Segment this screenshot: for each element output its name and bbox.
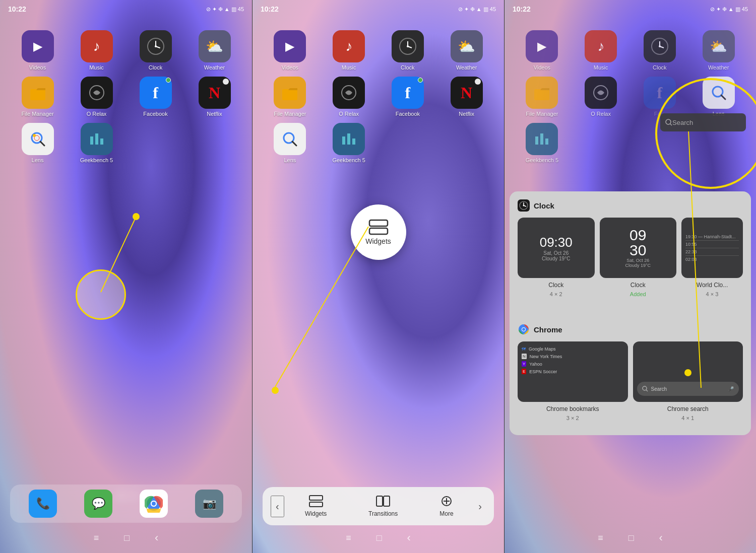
- svg-rect-27: [347, 133, 350, 145]
- svg-rect-28: [352, 139, 355, 145]
- r-app-lens[interactable]: Lens: [691, 77, 746, 117]
- r-app-geekbench[interactable]: Geekbench 5: [515, 123, 570, 163]
- m-home-icon[interactable]: □: [376, 533, 382, 543]
- app-geekbench[interactable]: Geekbench 5: [69, 123, 124, 163]
- app-videos[interactable]: ▶ Videos: [10, 30, 65, 71]
- m-orelax-label: O Relax: [339, 111, 359, 117]
- messages-icon: 💬: [84, 490, 112, 518]
- svg-point-9: [33, 134, 36, 137]
- r-back-icon[interactable]: ‹: [659, 531, 663, 544]
- r-app-clock[interactable]: Clock: [633, 30, 687, 71]
- r-app-weather[interactable]: ⛅ Weather: [691, 30, 746, 71]
- dock-camera[interactable]: 📷: [195, 490, 223, 518]
- music-label: Music: [89, 64, 104, 71]
- m-app-netflix[interactable]: N Netflix: [439, 77, 494, 117]
- m-app-orelax[interactable]: O Relax: [322, 77, 376, 117]
- facebook-label: Facebook: [143, 111, 167, 117]
- r-app-orelax[interactable]: O Relax: [574, 77, 628, 117]
- m-videos-icon: ▶: [274, 30, 306, 62]
- m-app-filemanager[interactable]: File Manager: [263, 77, 318, 117]
- left-back-icon[interactable]: ‹: [155, 531, 158, 544]
- svg-rect-4: [30, 89, 45, 100]
- r-app-filemanager[interactable]: File Manager: [515, 77, 570, 117]
- svg-rect-34: [376, 496, 383, 506]
- bookmark-nytimes: N New York Times: [522, 353, 624, 360]
- bottom-menu-bar: ‹ Widgets Transitions: [263, 487, 494, 525]
- chrome-widget-cards: 🗺 Google Maps N New York Times Y Yahoo: [518, 341, 743, 422]
- m-videos-label: Videos: [282, 64, 298, 71]
- svg-rect-32: [309, 496, 323, 500]
- clock-widget-2-content: 09 30 Sat, Oct 26 Cloudy 19°C: [625, 228, 651, 268]
- left-home-icon[interactable]: □: [124, 533, 130, 543]
- m-app-weather[interactable]: ⛅ Weather: [439, 30, 494, 71]
- svg-line-46: [721, 95, 725, 99]
- m-app-videos[interactable]: ▶ Videos: [263, 30, 318, 71]
- m-back-icon[interactable]: ‹: [407, 531, 411, 544]
- chrome-bookmarks-wrapper: 🗺 Google Maps N New York Times Y Yahoo: [518, 341, 628, 422]
- m-app-geekbench[interactable]: Geekbench 5: [322, 123, 376, 163]
- app-netflix[interactable]: N Netflix: [187, 77, 242, 117]
- search-box-overlay[interactable]: Search: [660, 113, 746, 131]
- chrome-bookmarks-label: Chrome bookmarks 3 × 2: [518, 404, 628, 422]
- app-filemanager[interactable]: File Manager: [10, 77, 65, 117]
- app-orelax[interactable]: O Relax: [69, 77, 124, 117]
- chrome-search-widget[interactable]: Search 🎤: [633, 341, 743, 402]
- left-menu-icon[interactable]: ≡: [94, 533, 99, 543]
- m-music-label: Music: [342, 64, 356, 71]
- dock-phone[interactable]: 📞: [29, 490, 57, 518]
- r-videos-icon: ▶: [526, 30, 558, 62]
- dock-chrome[interactable]: [140, 490, 168, 518]
- weather-label: Weather: [204, 64, 225, 71]
- clock-widget-3-label: World Clo... 4 × 3: [681, 280, 743, 298]
- menu-widgets[interactable]: Widgets: [305, 495, 327, 517]
- svg-point-56: [523, 205, 525, 206]
- lens-icon: [22, 123, 54, 155]
- menu-transitions[interactable]: Transitions: [368, 495, 398, 517]
- r-menu-icon[interactable]: ≡: [598, 533, 603, 543]
- r-app-videos[interactable]: ▶ Videos: [515, 30, 570, 71]
- app-clock[interactable]: Clock: [128, 30, 183, 71]
- m-lens-icon: [274, 123, 306, 155]
- clock-widget-3[interactable]: 19:30 — Hannah-Stadt... 10:55 22:33 02:0…: [681, 218, 743, 278]
- app-weather[interactable]: ⛅ Weather: [187, 30, 242, 71]
- forward-arrow: ›: [474, 497, 486, 516]
- chrome-search-bar[interactable]: Search 🎤: [637, 382, 739, 396]
- dock-messages[interactable]: 💬: [84, 490, 112, 518]
- clock-weather-1: Cloudy 19°C: [540, 256, 573, 261]
- svg-line-25: [292, 142, 296, 146]
- svg-rect-11: [95, 133, 98, 145]
- right-status-bar: 10:22 ⊘ ✦ ❉ ▲ ▥ 45: [505, 0, 756, 18]
- clock-widget-3-content: 19:30 — Hannah-Stadt... 10:55 22:33 02:0…: [681, 229, 743, 267]
- r-app-facebook[interactable]: f Fa...: [633, 77, 687, 117]
- clock-widget-2[interactable]: 09 30 Sat, Oct 26 Cloudy 19°C: [600, 218, 677, 278]
- middle-time: 10:22: [261, 5, 279, 13]
- r-lens-icon: [703, 77, 735, 109]
- left-nav-bar: ≡ □ ‹: [0, 527, 252, 549]
- chrome-bookmarks-widget[interactable]: 🗺 Google Maps N New York Times Y Yahoo: [518, 341, 628, 402]
- m-weather-icon: ⛅: [451, 30, 483, 62]
- app-facebook[interactable]: f Facebook: [128, 77, 183, 117]
- r-home-icon[interactable]: □: [628, 533, 634, 543]
- menu-more[interactable]: More: [439, 495, 454, 517]
- m-menu-icon[interactable]: ≡: [346, 533, 351, 543]
- app-lens[interactable]: Lens: [10, 123, 65, 163]
- chrome-icon: [140, 490, 168, 518]
- clock-widget-1[interactable]: 09:30 Sat, Oct 26 Cloudy 19°C: [518, 218, 595, 278]
- right-time: 10:22: [513, 5, 531, 13]
- back-button[interactable]: ‹: [271, 496, 284, 517]
- m-app-facebook[interactable]: f Facebook: [381, 77, 435, 117]
- cw1-label: Clock: [548, 282, 563, 289]
- m-app-lens[interactable]: Lens: [263, 123, 318, 163]
- m-app-clock[interactable]: Clock: [381, 30, 435, 71]
- app-music[interactable]: ♪ Music: [69, 30, 124, 71]
- clock-date-2: Sat, Oct 26: [625, 258, 651, 263]
- menu-more-icon: [439, 495, 454, 507]
- r-app-music[interactable]: ♪ Music: [574, 30, 628, 71]
- m-app-music[interactable]: ♪ Music: [322, 30, 376, 71]
- middle-status-bar: 10:22 ⊘ ✦ ❉ ▲ ▥ 45: [253, 0, 504, 18]
- clock-time-2b: 30: [625, 243, 651, 258]
- clock-widget-1-label: Clock 4 × 2: [518, 280, 595, 298]
- videos-label: Videos: [29, 64, 46, 71]
- camera-icon: 📷: [195, 490, 223, 518]
- menu-transitions-label: Transitions: [368, 510, 398, 517]
